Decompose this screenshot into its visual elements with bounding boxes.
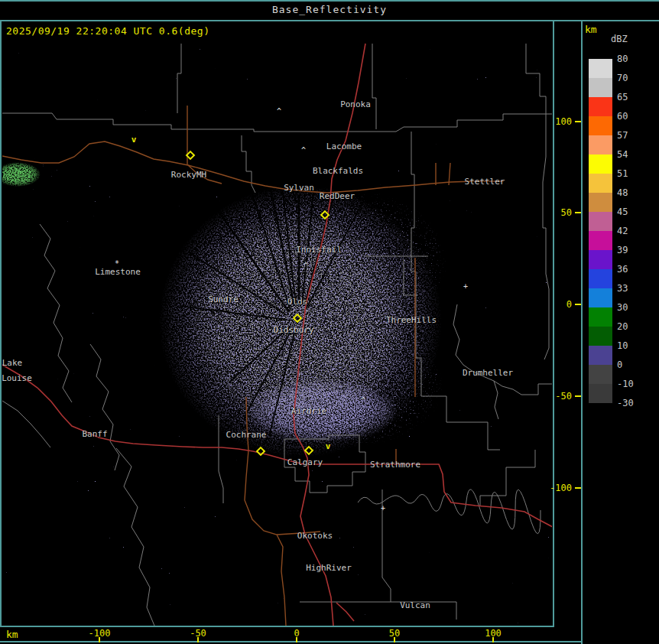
city-label-stettler: Stettler <box>465 177 505 187</box>
y-axis-tick-label: -50 <box>549 391 572 402</box>
x-axis-tick-mark <box>197 637 199 642</box>
city-label-limestone: Limestone <box>95 267 141 277</box>
legend-tick-label: 48 <box>617 187 648 198</box>
y-axis-tick-label: 0 <box>549 299 572 310</box>
legend-color-block <box>589 154 612 174</box>
city-label-ponoka: Ponoka <box>340 99 371 109</box>
y-axis-tick-label: 100 <box>549 116 572 127</box>
y-axis-tick-mark <box>575 304 581 305</box>
city-label-sundre: Sundre <box>208 294 239 304</box>
legend-tick-label: 10 <box>617 340 648 351</box>
city-label-didsbury: Didsbury <box>274 325 314 335</box>
direction-chevron-marker: v <box>326 442 331 450</box>
city-label-threehills: ThreeHills <box>386 315 437 325</box>
legend-tick-label: 54 <box>617 149 648 160</box>
legend-color-block <box>589 269 612 288</box>
point-symbol: ^ <box>304 262 308 270</box>
city-label-okotoks: Okotoks <box>297 531 333 541</box>
legend-tick-label: 80 <box>617 54 648 64</box>
legend-color-block <box>589 250 612 269</box>
legend-color-block <box>589 327 612 346</box>
legend-tick-label: 33 <box>617 283 648 294</box>
y-axis-tick-mark <box>575 121 581 122</box>
right-axis-unit-label: km <box>585 24 597 35</box>
city-label-olds: Olds <box>287 297 308 307</box>
direction-chevron-marker: v <box>131 135 137 144</box>
city-label-highriver: HighRiver <box>306 563 352 573</box>
legend-color-block <box>589 288 612 307</box>
legend-tick-label: 39 <box>617 245 648 255</box>
city-label-blackfalds: Blackfalds <box>313 166 363 176</box>
y-axis-tick-label: -100 <box>549 483 572 493</box>
legend-tick-label: 65 <box>617 92 648 102</box>
legend-tick-label: 0 <box>617 359 648 370</box>
city-label-sylvan: Sylvan <box>284 183 314 193</box>
legend-color-block <box>589 135 612 154</box>
x-axis-tick-mark <box>394 637 395 642</box>
legend-tick-label: 45 <box>617 207 648 217</box>
legend-color-block <box>589 307 612 327</box>
legend-color-block <box>589 212 612 231</box>
bottom-axis-unit-label: km <box>6 629 18 640</box>
legend-tick-label: 42 <box>617 226 648 236</box>
point-symbol: * <box>115 260 119 268</box>
city-label-airdrie: Airdrie <box>291 406 326 416</box>
city-label-banff: Banff <box>82 429 107 439</box>
y-axis-tick-mark <box>575 212 581 213</box>
legend-unit-label: dBZ <box>611 34 628 44</box>
legend-color-block <box>589 365 612 384</box>
y-axis-tick-mark <box>575 395 581 397</box>
legend-tick-label: 70 <box>617 73 648 83</box>
point-symbol: ^ <box>277 108 281 115</box>
y-axis-tick-mark <box>575 487 581 489</box>
legend-color-block <box>589 97 612 116</box>
legend-color-block <box>589 346 612 365</box>
legend-color-block <box>589 174 612 193</box>
x-axis-tick-mark <box>492 637 494 642</box>
point-symbol: + <box>463 283 468 291</box>
city-label-cochrane: Cochrane <box>226 430 267 440</box>
x-axis-tick-mark <box>296 637 297 642</box>
legend-color-block <box>589 78 612 97</box>
radar-viewer-window: Base_Reflectivity 2025/09/19 22:20:04 UT… <box>0 0 659 644</box>
legend-tick-label: -30 <box>617 398 648 408</box>
city-label-calgary: Calgary <box>287 457 323 467</box>
point-symbol: ^ <box>361 397 365 405</box>
legend-color-block <box>589 193 612 212</box>
city-label-innisfail: Innisfail <box>296 245 342 255</box>
city-label-strathmore: Strathmore <box>370 460 420 470</box>
point-symbol: + <box>381 505 385 512</box>
legend-tick-label: 30 <box>617 302 648 313</box>
scan-timestamp: 2025/09/19 22:20:04 UTC 0.6(deg) <box>6 25 209 37</box>
legend-color-block <box>589 59 612 78</box>
legend-tick-label: 60 <box>617 111 648 122</box>
legend-tick-label: 57 <box>617 130 648 141</box>
city-label-louise: Louise <box>2 373 32 383</box>
city-label-lake: Lake <box>2 358 23 368</box>
city-label-lacombe: Lacombe <box>326 141 362 151</box>
y-axis-tick-label: 50 <box>549 207 572 218</box>
x-axis-tick-mark <box>99 637 100 642</box>
city-label-drumheller: Drumheller <box>463 368 513 378</box>
legend-color-block <box>589 231 612 250</box>
legend-tick-label: 20 <box>617 321 648 332</box>
city-label-vulcan: Vulcan <box>400 600 430 610</box>
legend-color-block <box>589 116 612 135</box>
city-label-reddeer: RedDeer <box>320 191 355 201</box>
legend-tick-label: 36 <box>617 264 648 275</box>
point-symbol: ^ <box>301 147 306 154</box>
city-label-rockymh: RockyMH <box>171 170 206 180</box>
legend-color-block <box>589 384 612 403</box>
radar-map-canvas <box>0 0 659 644</box>
legend-tick-label: 51 <box>617 168 648 179</box>
legend-tick-label: -10 <box>617 379 648 389</box>
app-title: Base_Reflectivity <box>0 4 659 15</box>
